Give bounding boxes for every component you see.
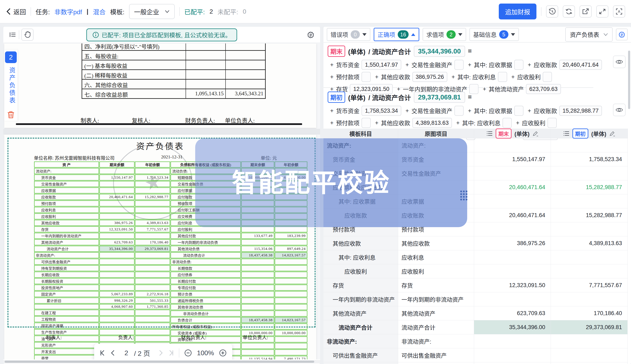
cell-begin-value: [551, 334, 628, 348]
edit-pencil-icon[interactable]: [609, 130, 615, 136]
back-button[interactable]: 返回: [6, 7, 26, 16]
doc-cell-begin: 897,649.24: [275, 246, 307, 252]
term-value-box[interactable]: [498, 72, 507, 82]
sheet-side-tab[interactable]: 2 资产负债表: [4, 50, 18, 121]
next-page-icon[interactable]: [158, 349, 163, 356]
doc-cell-label: 流动资产合计: [34, 246, 99, 252]
doc-cell-label: 应收利息: [34, 207, 99, 213]
auto-match-settings-icon[interactable]: [305, 29, 317, 41]
zoom-in-icon[interactable]: [219, 349, 227, 357]
table-row[interactable]: 其他流动资产其他流动资产623,709.63170,186.40: [323, 306, 628, 320]
doc-cell-begin: [135, 207, 170, 213]
column-list-icon[interactable]: [563, 131, 569, 136]
plus-sign: +: [405, 62, 409, 68]
formula-term: +其他应收款386,975.26: [372, 72, 447, 82]
edit-pencil-icon[interactable]: [532, 130, 538, 136]
cell-template-subject: 可供出售金融资产: [323, 348, 398, 362]
filter-button-3[interactable]: 求值项2: [423, 28, 466, 41]
table-row[interactable]: 其中: 应收利息应收利息: [323, 250, 628, 264]
overlay-drag-handle[interactable]: [460, 190, 467, 200]
term-value-box[interactable]: [514, 106, 523, 116]
term-value-box[interactable]: 4,389,813.63: [412, 118, 452, 128]
doc-table-row: 其他流动负债115,354.06897,649.24: [170, 246, 308, 252]
add-report-button[interactable]: 追加财报: [499, 4, 536, 20]
doc-cell-end: 11,135,514.94: [241, 356, 274, 360]
term-value-box[interactable]: [361, 118, 371, 128]
term-value-box[interactable]: 15,282,988.77: [559, 106, 602, 116]
table-row[interactable]: 其他应收款其他应收款386,975.264,389,813.63: [323, 236, 628, 250]
term-value-box[interactable]: [503, 118, 512, 128]
history-icon[interactable]: [546, 6, 558, 18]
filter-count-badge: 2: [447, 30, 456, 39]
task-name-link[interactable]: 非数字pdf: [54, 7, 82, 16]
ocr-icon[interactable]: A: [613, 6, 625, 18]
cell-begin-value: [551, 222, 628, 236]
table-row[interactable]: 非流动资产:非流动资产:: [323, 334, 628, 348]
plus-sign: +: [468, 108, 471, 114]
fullscreen-icon[interactable]: [596, 6, 608, 18]
row-label: 四、净利润(净亏损以"-"号填列): [82, 44, 185, 50]
doc-table-row: 递延所得税负债: [170, 297, 308, 304]
table-row[interactable]: 流动资产合计流动资产合计35,344,396.0029,373,069.81: [323, 320, 628, 334]
term-value-box[interactable]: [543, 72, 552, 82]
scrollbar-thumb[interactable]: [628, 50, 630, 109]
task-mode-link[interactable]: 混合: [93, 7, 105, 16]
table-row[interactable]: 可供出售金融资产可供出售金融资产: [323, 348, 628, 362]
filter-button-1[interactable]: 错误项0: [327, 28, 370, 41]
scrollbar-thumb[interactable]: [5, 361, 314, 363]
doc-cell-begin: [135, 265, 170, 271]
scan-edge: [16, 123, 302, 125]
first-page-icon[interactable]: [99, 349, 106, 356]
doc-cell-end: [241, 298, 274, 304]
doc-cell-end: 35,344,396.00: [99, 246, 134, 252]
doc-cell-end: 4,068,907.60: [99, 304, 134, 309]
sheet-select[interactable]: 资产负债表: [565, 27, 612, 42]
visibility-eye-icon[interactable]: [613, 104, 625, 116]
cell-origin-item: 非流动资产:: [398, 334, 474, 348]
formula-total-value[interactable]: 35,344,396.00: [414, 46, 465, 57]
cell-origin-item: 应收股利: [398, 264, 474, 278]
term-value-box[interactable]: [455, 106, 464, 116]
doc-cell-end: [99, 213, 134, 220]
term-value-box[interactable]: [455, 60, 464, 70]
term-value-box[interactable]: 1,758,523.34: [361, 106, 401, 116]
refresh-icon[interactable]: [563, 6, 575, 18]
formula-term: +预付款项: [328, 118, 371, 128]
vertical-scrollbar[interactable]: [628, 24, 630, 364]
term-value-box[interactable]: 20,460,471.64: [559, 60, 602, 70]
column-list-icon[interactable]: [486, 131, 493, 136]
export-icon[interactable]: [579, 6, 592, 18]
cell-end-value: [474, 250, 551, 264]
formula-total-value[interactable]: 29,373,069.81: [414, 92, 465, 103]
template-select[interactable]: 一般企业: [129, 4, 175, 19]
doc-cell-label: 应付债券: [170, 272, 241, 278]
prev-page-icon[interactable]: [110, 349, 115, 356]
plus-sign: +: [468, 62, 471, 68]
term-value-box[interactable]: [547, 118, 557, 128]
doc-cell-begin: [135, 233, 170, 239]
term-value-box[interactable]: [361, 72, 371, 82]
visibility-eye-icon[interactable]: [613, 56, 625, 68]
filter-button-2[interactable]: 正确项16: [374, 28, 419, 41]
row-end-value: 1,095,143.15: [185, 89, 225, 98]
table-row[interactable]: 应收股利应收股利: [323, 264, 628, 278]
table-row[interactable]: 一年内到期的非流动资产一年内到期的非流动资产: [323, 292, 628, 306]
table-row[interactable]: 存货存货12,323,091.507,771,557.67: [323, 278, 628, 292]
zoom-out-icon[interactable]: [184, 349, 192, 357]
filter-count-badge: 0: [351, 30, 360, 39]
current-page[interactable]: 2: [124, 349, 128, 357]
cell-begin-value: [551, 138, 628, 152]
hand-tool-icon[interactable]: [21, 29, 34, 41]
table-row[interactable]: 持有至到期投资持有至到期投资: [323, 362, 628, 364]
doc-table-row: 应付债券: [170, 272, 308, 278]
horizontal-scrollbar[interactable]: [3, 360, 320, 363]
doc-cell-label: 应付股利: [170, 226, 241, 232]
outline-icon[interactable]: [7, 29, 19, 41]
term-value-box[interactable]: 386,975.26: [412, 72, 447, 82]
last-page-icon[interactable]: [168, 349, 174, 356]
filter-button-4[interactable]: 基础信息5: [470, 28, 519, 41]
term-value-box[interactable]: [514, 60, 523, 70]
panel-settings-icon[interactable]: [616, 29, 628, 40]
delete-sheet-icon[interactable]: [7, 111, 15, 120]
term-value-box[interactable]: 1,550,147.97: [361, 60, 401, 70]
